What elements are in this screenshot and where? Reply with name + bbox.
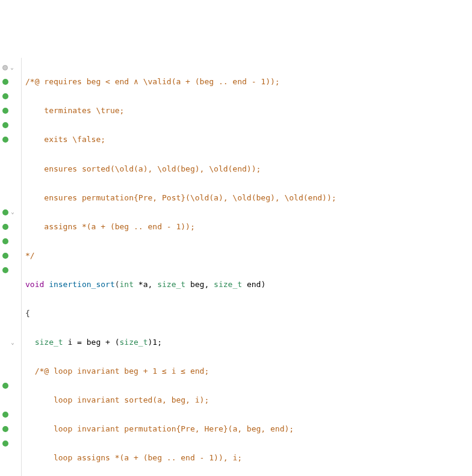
gutter-row: ⌄: [0, 205, 21, 220]
gutter-row: [0, 132, 21, 147]
status-bullet-verified-icon[interactable]: [2, 238, 8, 244]
keyword-void: void: [25, 280, 44, 289]
status-bullet-verified-icon[interactable]: [2, 253, 8, 259]
type-sizet: size_t: [35, 338, 63, 347]
status-bullet-verified-icon[interactable]: [2, 137, 8, 143]
code-line[interactable]: ensures sorted(\old(a), \old(beg), \old(…: [25, 162, 472, 176]
gutter-row: [0, 89, 21, 104]
gutter-row: [0, 466, 21, 477]
gutter-row: [0, 263, 21, 277]
acsl-comment-end: */: [25, 251, 35, 260]
brace-open: {: [25, 309, 30, 318]
paren: (: [115, 280, 120, 289]
acsl-comment: assigns *(a + (beg .. end - 1));: [25, 222, 195, 231]
acsl-loop: loop assigns *(a + (beg .. end - 1)), i;: [35, 453, 242, 462]
acsl-comment: exits \false;: [25, 135, 105, 144]
acsl-comment: terminates \true;: [25, 106, 124, 115]
status-bullet-verified-icon[interactable]: [2, 209, 8, 215]
acsl-comment: ensures sorted(\old(a), \old(beg), \old(…: [25, 164, 261, 173]
gutter-row: ⌄: [0, 335, 21, 350]
gutter-row: [0, 75, 21, 89]
gutter-row: [0, 321, 21, 335]
gutter-row: [0, 436, 21, 451]
code-line[interactable]: exits \false;: [25, 132, 472, 147]
status-bullet-unverified-icon[interactable]: [2, 65, 8, 70]
status-bullet-verified-icon[interactable]: [2, 224, 8, 230]
gutter-row: [0, 118, 21, 132]
status-bullet-verified-icon[interactable]: [2, 426, 8, 432]
gutter-row: [0, 277, 21, 292]
status-bullet-verified-icon[interactable]: [2, 412, 8, 418]
gutter-row: [0, 220, 21, 234]
code-line[interactable]: /*@ requires beg < end ∧ \valid(a + (beg…: [25, 75, 472, 89]
acsl-comment: ensures permutation{Pre, Post}(\old(a), …: [25, 193, 337, 202]
gutter: ⌄⌄⌄: [0, 58, 22, 476]
code-area[interactable]: /*@ requires beg < end ∧ \valid(a + (beg…: [22, 58, 472, 476]
expr: )1;: [148, 338, 162, 347]
status-bullet-verified-icon[interactable]: [2, 267, 8, 273]
expr: i = beg + (: [63, 338, 120, 347]
gutter-row: [0, 292, 21, 306]
type-sizet: size_t: [157, 280, 185, 289]
code-line[interactable]: void insertion_sort(int *a, size_t beg, …: [25, 277, 472, 292]
code-line[interactable]: loop assigns *(a + (beg .. end - 1)), i;: [25, 451, 472, 465]
fold-toggle-icon[interactable]: ⌄: [10, 338, 16, 348]
gutter-row: [0, 364, 21, 379]
function-name: insertion_sort: [49, 280, 115, 289]
gutter-row: [0, 451, 21, 465]
gutter-row: [0, 306, 21, 321]
type-int: int: [120, 280, 134, 289]
gutter-row: [0, 350, 21, 364]
gutter-row: ⌄: [0, 60, 21, 75]
gutter-row: [0, 422, 21, 436]
gutter-row: [0, 379, 21, 393]
status-bullet-verified-icon[interactable]: [2, 383, 8, 389]
status-bullet-verified-icon[interactable]: [2, 79, 8, 85]
gutter-row: [0, 393, 21, 407]
code-line[interactable]: {: [25, 306, 472, 321]
code-line[interactable]: */: [25, 249, 472, 263]
code-line[interactable]: terminates \true;: [25, 104, 472, 118]
acsl-loop: loop invariant sorted(a, beg, i);: [35, 395, 210, 404]
gutter-row: [0, 234, 21, 249]
status-bullet-verified-icon[interactable]: [2, 122, 8, 128]
param: *a,: [134, 280, 157, 289]
code-line[interactable]: /*@ loop invariant beg + 1 ≤ i ≤ end;: [25, 364, 472, 379]
acsl-comment: /*@ requires beg < end ∧ \valid(a + (beg…: [25, 77, 280, 86]
gutter-row: [0, 147, 21, 161]
gutter-row: [0, 104, 21, 118]
acsl-loop: loop invariant permutation{Pre, Here}(a,…: [35, 424, 294, 433]
code-line[interactable]: ensures permutation{Pre, Post}(\old(a), …: [25, 191, 472, 205]
gutter-row: [0, 191, 21, 205]
param: beg,: [185, 280, 214, 289]
acsl-loop: /*@ loop invariant beg + 1 ≤ i ≤ end;: [35, 366, 210, 376]
gutter-row: [0, 162, 21, 176]
code-line[interactable]: loop invariant sorted(a, beg, i);: [25, 393, 472, 407]
gutter-row: [0, 176, 21, 191]
code-line[interactable]: size_t i = beg + (size_t)1;: [25, 335, 472, 350]
code-line[interactable]: assigns *(a + (beg .. end - 1));: [25, 220, 472, 234]
fold-toggle-icon[interactable]: ⌄: [9, 63, 15, 73]
status-bullet-verified-icon[interactable]: [2, 108, 8, 114]
status-bullet-verified-icon[interactable]: [2, 93, 8, 99]
gutter-row: [0, 407, 21, 422]
code-editor: ⌄⌄⌄ /*@ requires beg < end ∧ \valid(a + …: [0, 58, 472, 476]
code-line[interactable]: loop invariant permutation{Pre, Here}(a,…: [25, 422, 472, 436]
gutter-row: [0, 249, 21, 263]
fold-toggle-icon[interactable]: ⌄: [10, 207, 16, 217]
type-sizet: size_t: [214, 280, 242, 289]
type-sizet: size_t: [120, 338, 148, 347]
status-bullet-verified-icon[interactable]: [2, 440, 8, 447]
param: end): [242, 280, 266, 289]
